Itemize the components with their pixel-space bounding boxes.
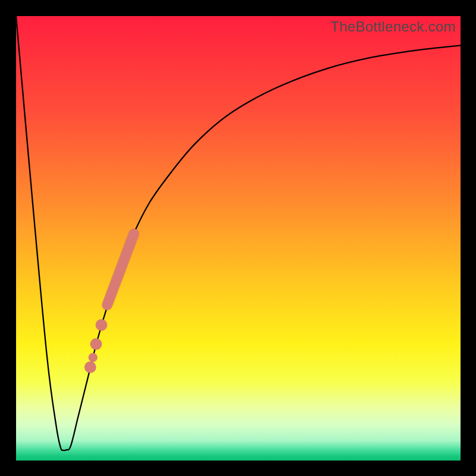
- highlight-dot: [96, 319, 107, 330]
- chart-svg: [16, 16, 461, 461]
- highlight-dot: [84, 361, 96, 372]
- highlight-dot: [89, 353, 98, 362]
- highlight-segment: [107, 234, 134, 305]
- highlight-dot: [90, 339, 102, 350]
- plot-area: TheBottleneck.com: [16, 16, 461, 461]
- chart-frame: TheBottleneck.com: [0, 0, 476, 476]
- markers-group: [84, 234, 134, 373]
- bottleneck-curve-path: [16, 16, 461, 450]
